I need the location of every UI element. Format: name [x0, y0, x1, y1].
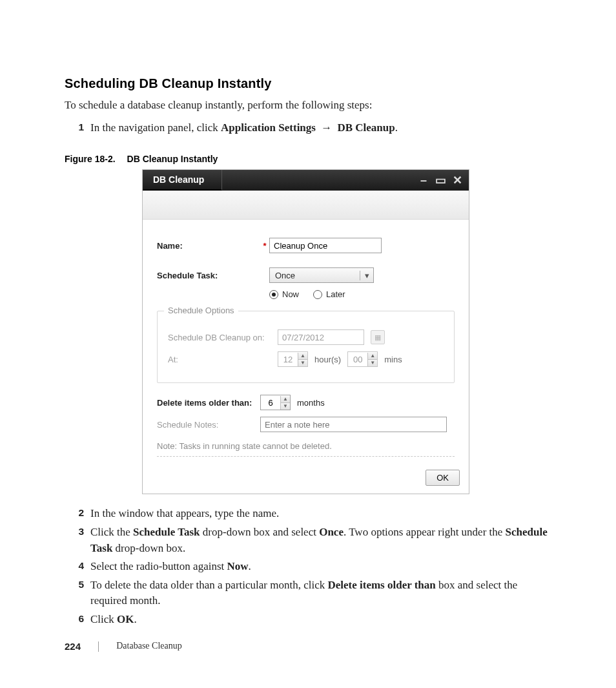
step-number: 6	[65, 612, 84, 625]
radio-dot-selected-icon	[269, 290, 278, 299]
label-schedule-notes: Schedule Notes:	[157, 420, 260, 430]
term: OK	[117, 613, 134, 625]
months-unit: months	[297, 398, 325, 408]
ok-button[interactable]: OK	[426, 470, 460, 486]
titlebar: DB Cleanup – ▭ ✕	[143, 170, 469, 191]
spinner-up-icon[interactable]: ▲	[281, 396, 290, 403]
radio-label: Later	[326, 289, 345, 299]
hours-unit: hour(s)	[314, 355, 341, 364]
step-text: .	[134, 613, 137, 625]
nav-path-b: DB Cleanup	[337, 121, 395, 134]
timing-radio-group: Now Later	[269, 289, 345, 299]
step-4: 4 Select the radio-button against Now.	[65, 559, 555, 575]
calendar-icon: ▦	[371, 330, 385, 344]
radio-dot-icon	[313, 290, 322, 299]
divider	[157, 456, 455, 457]
figure-title: DB Cleanup Instantly	[127, 154, 218, 164]
dialog-header	[143, 191, 469, 220]
step-6: 6 Click OK.	[65, 612, 555, 628]
step-number: 2	[65, 506, 84, 519]
radio-now[interactable]: Now	[269, 289, 299, 299]
label-cleanup-on: Schedule DB Cleanup on:	[168, 333, 278, 342]
mins-unit: mins	[384, 355, 402, 364]
cleanup-date-input	[278, 329, 364, 345]
term: Once	[319, 526, 344, 538]
step-text: drop-down box.	[112, 542, 185, 554]
page-footer: 224 | Database Cleanup	[65, 640, 182, 652]
name-input[interactable]	[269, 238, 382, 253]
arrow-icon: →	[318, 121, 334, 134]
intro-text: To schedule a database cleanup instantly…	[65, 98, 555, 114]
fieldset-legend: Schedule Options	[164, 306, 238, 315]
figure-caption: Figure 18-2.DB Cleanup Instantly	[65, 154, 555, 164]
step-number: 3	[65, 525, 84, 537]
months-spinner[interactable]: ▲▼	[260, 395, 291, 410]
step-text: To delete the data older than a particul…	[90, 579, 327, 591]
step-text: In the navigation panel, click	[90, 121, 221, 134]
label-schedule-task: Schedule Task:	[157, 271, 260, 280]
spinner-down-icon: ▼	[368, 360, 377, 366]
label-delete-older: Delete items older than:	[157, 398, 260, 408]
term: Delete items older than	[327, 579, 435, 591]
step-number: 1	[65, 120, 84, 133]
months-value[interactable]	[261, 395, 280, 410]
step-1: 1 In the navigation panel, click Applica…	[65, 120, 555, 136]
step-text: .	[249, 560, 251, 572]
schedule-options-fieldset: Schedule Options Schedule DB Cleanup on:…	[157, 311, 455, 383]
close-icon[interactable]: ✕	[452, 175, 462, 185]
mins-value	[348, 352, 367, 366]
schedule-task-select[interactable]: Once ▾	[269, 267, 374, 283]
step-text: Click	[90, 613, 117, 625]
step-number: 5	[65, 578, 84, 590]
notes-input[interactable]	[260, 417, 447, 432]
dialog-screenshot: DB Cleanup – ▭ ✕ Name: * Schedule Task:	[142, 169, 469, 494]
step-3: 3 Click the Schedule Task drop-down box …	[65, 525, 555, 556]
step-text: Select the radio-button against	[90, 560, 227, 572]
section-heading: Scheduling DB Cleanup Instantly	[65, 76, 555, 91]
footer-note: Note: Tasks in running state cannot be d…	[157, 441, 455, 451]
required-mark: *	[260, 241, 269, 251]
page-number: 224	[65, 641, 81, 652]
select-value: Once	[270, 271, 360, 280]
label-name: Name:	[157, 241, 260, 251]
hours-spinner: ▲▼	[278, 351, 308, 367]
figure-number: Figure 18-2.	[65, 154, 116, 164]
spinner-down-icon: ▼	[298, 360, 307, 366]
chevron-down-icon: ▾	[360, 271, 373, 280]
step-text: In the window that appears, type the nam…	[90, 506, 279, 522]
divider: |	[98, 640, 99, 652]
step-text: .	[395, 121, 398, 134]
spinner-down-icon[interactable]: ▼	[281, 403, 290, 410]
step-5: 5 To delete the data older than a partic…	[65, 578, 555, 609]
spinner-up-icon: ▲	[298, 353, 307, 360]
spinner-up-icon: ▲	[368, 353, 377, 360]
hours-value	[278, 352, 298, 366]
section-name: Database Cleanup	[116, 641, 181, 651]
minimize-icon[interactable]: –	[418, 175, 429, 185]
step-number: 4	[65, 559, 84, 572]
term: Now	[227, 560, 249, 572]
step-2: 2 In the window that appears, type the n…	[65, 506, 555, 522]
nav-path-a: Application Settings	[221, 121, 316, 134]
label-at: At:	[168, 355, 278, 364]
step-text: drop-down box and select	[200, 526, 320, 538]
maximize-icon[interactable]: ▭	[435, 175, 446, 185]
dialog-title: DB Cleanup	[143, 170, 222, 191]
radio-label: Now	[282, 289, 299, 299]
mins-spinner: ▲▼	[347, 351, 378, 367]
step-text: . Two options appear right under the	[344, 526, 506, 538]
radio-later[interactable]: Later	[313, 289, 345, 299]
step-text: Click the	[90, 526, 133, 538]
term: Schedule Task	[133, 526, 200, 538]
